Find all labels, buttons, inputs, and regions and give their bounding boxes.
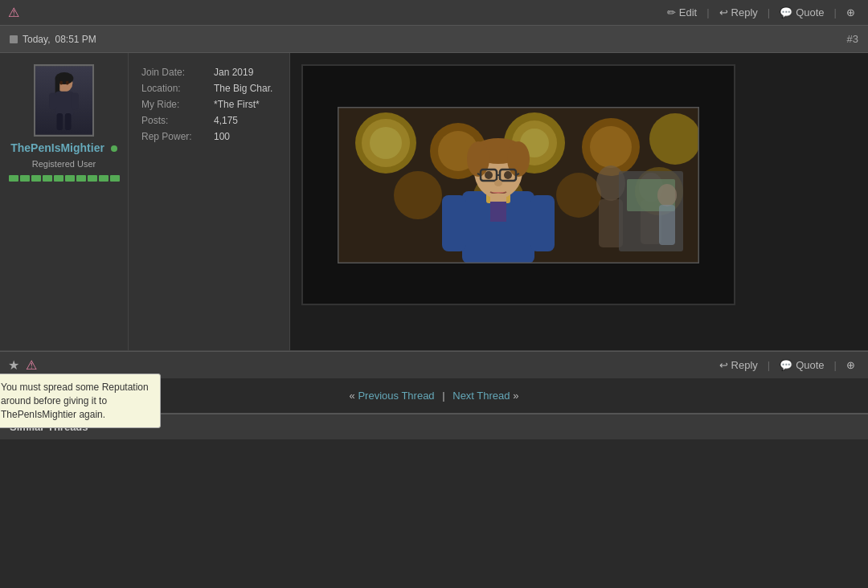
- svg-rect-55: [659, 205, 675, 245]
- post-bottom-bar: ★ You must spread some Reputation around…: [0, 351, 868, 378]
- online-indicator: [111, 145, 117, 152]
- quote-button-bottom[interactable]: 💬 Quote: [775, 356, 829, 374]
- user-info-table: Join Date: Jan 2019 Location: The Big Ch…: [129, 53, 289, 350]
- toolbar-left: ⚠: [8, 5, 19, 20]
- reply-button-top[interactable]: ↩ Reply: [714, 3, 763, 22]
- quote-label-top: Quote: [796, 6, 824, 18]
- star-button[interactable]: ★: [8, 358, 19, 372]
- edit-pencil-icon: ✏: [667, 6, 676, 18]
- bottom-right-actions: ↩ Reply | 💬 Quote | ⊕: [714, 356, 860, 374]
- svg-point-9: [66, 81, 69, 85]
- rep-pip: [88, 175, 97, 182]
- rep-pip: [76, 175, 86, 182]
- warn-icon-bottom[interactable]: ⚠: [26, 357, 37, 373]
- post-image-container: [301, 64, 735, 305]
- rep-power-row: Rep Power: 100: [141, 129, 276, 145]
- reply-label-bottom: Reply: [731, 359, 758, 371]
- svg-rect-49: [490, 202, 506, 222]
- svg-rect-7: [71, 93, 78, 110]
- svg-rect-51: [530, 195, 555, 251]
- location-value: The Big Char.: [214, 83, 272, 94]
- post-content: [290, 53, 868, 350]
- sep3: |: [834, 6, 837, 18]
- next-thread-link[interactable]: Next Thread: [452, 390, 510, 402]
- reply-icon-bottom: ↩: [719, 359, 728, 371]
- tooltip-text: You must spread some Reputation around b…: [1, 382, 149, 420]
- svg-point-46: [504, 171, 512, 179]
- reply-label-top: Reply: [731, 6, 758, 18]
- avatar-svg: [35, 64, 92, 137]
- toolbar-right: ✏ Edit | ↩ Reply | 💬 Quote | ⊕: [662, 3, 860, 22]
- more-icon-bottom: ⊕: [846, 359, 855, 371]
- svg-point-54: [657, 184, 677, 206]
- my-ride-value: *The First*: [214, 99, 260, 110]
- post-image: [338, 107, 699, 263]
- more-button-bottom[interactable]: ⊕: [841, 356, 860, 374]
- nav-separator: |: [442, 390, 444, 402]
- post-container: ThePenIsMightier Registered User: [0, 53, 868, 351]
- quote-icon-bottom: 💬: [780, 359, 792, 371]
- post-date: Today, 08:51 PM: [10, 34, 96, 45]
- sep5: |: [834, 359, 837, 371]
- location-row: Location: The Big Char.: [141, 80, 276, 96]
- my-ride-label: My Ride:: [141, 99, 214, 110]
- reply-icon-top: ↩: [719, 6, 728, 18]
- quote-button-top[interactable]: 💬 Quote: [775, 3, 829, 22]
- reputation-tooltip: You must spread some Reputation around b…: [0, 374, 161, 428]
- more-icon-top: ⊕: [846, 6, 855, 18]
- post-header-bar: Today, 08:51 PM #3: [0, 26, 868, 53]
- post-number: #3: [847, 33, 858, 45]
- join-date-value: Jan 2019: [214, 67, 253, 78]
- rep-pip: [20, 175, 30, 182]
- quote-label-bottom: Quote: [796, 359, 824, 371]
- svg-rect-5: [55, 92, 74, 116]
- quote-icon-top: 💬: [780, 6, 792, 18]
- user-sidebar: ThePenIsMightier Registered User: [0, 53, 129, 350]
- user-title: Registered User: [32, 159, 96, 169]
- username[interactable]: ThePenIsMightier: [10, 141, 117, 154]
- rep-pip: [9, 175, 18, 182]
- my-ride-row: My Ride: *The First*: [141, 96, 276, 112]
- svg-point-45: [485, 171, 493, 179]
- rep-power-label: Rep Power:: [141, 131, 214, 142]
- more-button-top[interactable]: ⊕: [841, 3, 860, 22]
- tooltip-container: ★ You must spread some Reputation around…: [8, 357, 19, 373]
- sep2: |: [768, 6, 770, 18]
- rep-pip: [110, 175, 120, 182]
- svg-rect-6: [49, 93, 56, 110]
- nav-prefix: «: [350, 390, 355, 402]
- svg-rect-11: [65, 113, 72, 130]
- rep-pip: [31, 175, 41, 182]
- warn-icon[interactable]: ⚠: [8, 5, 19, 20]
- top-toolbar: ⚠ ✏ Edit | ↩ Reply | 💬 Quote | ⊕: [0, 0, 868, 26]
- svg-rect-10: [57, 113, 63, 130]
- svg-point-47: [494, 180, 502, 186]
- svg-point-8: [59, 81, 63, 85]
- calendar-icon: [10, 35, 18, 43]
- rep-pip: [54, 175, 63, 182]
- edit-label: Edit: [679, 6, 697, 18]
- edit-button[interactable]: ✏ Edit: [662, 3, 702, 22]
- rep-pip: [43, 175, 52, 182]
- prev-thread-link[interactable]: Previous Thread: [358, 390, 434, 402]
- rep-pip: [65, 175, 75, 182]
- posts-value: 4,175: [214, 115, 238, 126]
- rep-bar: [9, 175, 120, 182]
- join-date-row: Join Date: Jan 2019: [141, 64, 276, 80]
- svg-point-38: [467, 141, 489, 177]
- nav-suffix: »: [513, 390, 518, 402]
- join-date-label: Join Date:: [141, 67, 214, 78]
- avatar: [34, 64, 94, 137]
- svg-rect-50: [442, 195, 466, 251]
- posts-row: Posts: 4,175: [141, 112, 276, 129]
- rep-power-value: 100: [214, 131, 230, 142]
- sep4: |: [768, 359, 770, 371]
- svg-point-39: [507, 141, 530, 177]
- reply-button-bottom[interactable]: ↩ Reply: [714, 356, 763, 374]
- date-label: Today,: [23, 34, 50, 45]
- rep-pip: [99, 175, 108, 182]
- time-value: 08:51 PM: [55, 34, 96, 45]
- location-label: Location:: [141, 83, 214, 94]
- post-body: ThePenIsMightier Registered User: [0, 53, 868, 350]
- bottom-left-actions: ★ You must spread some Reputation around…: [8, 357, 37, 373]
